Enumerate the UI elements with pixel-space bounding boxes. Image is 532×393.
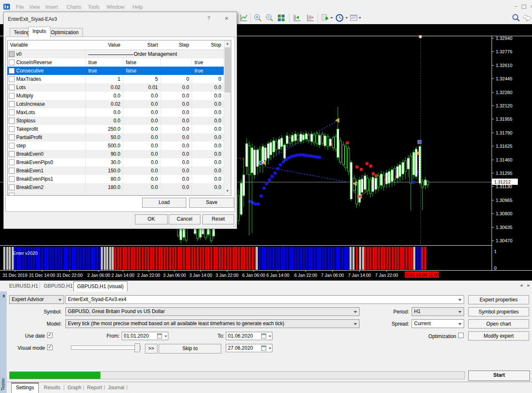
ok-button[interactable]: OK bbox=[135, 214, 167, 224]
reset-button[interactable]: Reset bbox=[202, 214, 234, 224]
tab-graph[interactable]: Graph bbox=[67, 385, 81, 391]
ea-type-select[interactable]: Expert Advisor bbox=[9, 295, 64, 304]
dialog-close-button[interactable]: × bbox=[222, 15, 231, 23]
param-row-BreakEven1[interactable]: BreakEven1150.00.00.00.0 bbox=[7, 167, 224, 175]
to-date-field[interactable]: 01.06.2020 bbox=[226, 332, 272, 340]
param-row-Multiply[interactable]: Multiply0.00.00.00.0 bbox=[7, 92, 224, 100]
scroll-thumb[interactable] bbox=[225, 47, 230, 92]
minimize-button[interactable]: – bbox=[512, 3, 519, 10]
row-checkbox[interactable] bbox=[9, 151, 15, 157]
row-checkbox[interactable] bbox=[9, 101, 15, 107]
crosshair-chart-icon[interactable] bbox=[239, 13, 248, 22]
row-checkbox[interactable] bbox=[9, 109, 15, 115]
param-row-Takeprofit[interactable]: Takeprofit250.00.00.00.0 bbox=[7, 125, 224, 133]
start-button[interactable]: Start bbox=[468, 371, 530, 381]
symbol-properties-button[interactable]: Symbol properties bbox=[468, 307, 529, 316]
period-select[interactable]: H1 bbox=[412, 307, 464, 316]
param-row-BreakEven0[interactable]: BreakEven090.00.00.00.0 bbox=[7, 150, 224, 158]
auto-scroll-icon[interactable] bbox=[306, 13, 315, 22]
param-row-Consecutive[interactable]: Consecutivetruefalsetrue bbox=[7, 67, 224, 75]
optimization-checkbox[interactable] bbox=[458, 333, 464, 338]
symbol-select[interactable]: GBPUSD, Great Britain Pound vs US Dollar bbox=[65, 307, 360, 316]
load-button[interactable]: Load bbox=[142, 198, 186, 208]
tab-gbpusd-h1-visual[interactable]: GBPUSD,H1 (visual) bbox=[73, 281, 127, 292]
new-order-dropdown-icon[interactable] bbox=[330, 17, 333, 19]
row-checkbox[interactable] bbox=[9, 143, 15, 149]
search-icon[interactable] bbox=[512, 13, 521, 22]
row-checkbox[interactable] bbox=[9, 184, 15, 190]
tab-report[interactable]: Report bbox=[87, 385, 102, 391]
param-row-MaxLots[interactable]: MaxLots0.00.00.00.0 bbox=[7, 108, 224, 117]
restore-icon[interactable] bbox=[522, 5, 526, 9]
template-dropdown-icon[interactable] bbox=[359, 17, 361, 19]
menu-charts[interactable]: Charts bbox=[67, 4, 81, 10]
tabs-scroll-right-icon[interactable]: ▶ bbox=[527, 284, 530, 287]
chart-shift-icon[interactable] bbox=[292, 13, 302, 22]
scroll-down-icon[interactable]: ▼ bbox=[224, 188, 231, 194]
row-checkbox[interactable] bbox=[9, 159, 15, 165]
row-checkbox[interactable] bbox=[9, 168, 15, 174]
skip-to-button[interactable]: Skip to bbox=[159, 344, 221, 353]
param-row-CloseInReverse[interactable]: CloseInReversetruefalsetrue bbox=[7, 58, 224, 67]
close-button[interactable]: × bbox=[528, 3, 532, 10]
visual-speed-slider[interactable] bbox=[71, 346, 141, 350]
parameters-table[interactable]: Variable Value Start Step Stop v0Order M… bbox=[7, 40, 231, 196]
row-checkbox[interactable] bbox=[9, 93, 15, 99]
param-row-Stoploss[interactable]: Stoploss0.00.00.00.0 bbox=[7, 117, 224, 125]
zoom-out-icon[interactable] bbox=[265, 13, 274, 22]
param-row-BreakEvenPips1[interactable]: BreakEvenPips180.00.00.00.0 bbox=[7, 175, 224, 183]
tester-close-icon[interactable]: x bbox=[1, 293, 6, 298]
use-date-checkbox[interactable] bbox=[47, 333, 52, 338]
row-checkbox[interactable] bbox=[9, 68, 15, 74]
dialog-titlebar[interactable]: EnterExit_Siyad-EAv3 ? × bbox=[4, 12, 237, 26]
zoom-in-icon[interactable] bbox=[253, 13, 262, 22]
param-row-PartialProfit[interactable]: PartialProfit50.00.00.00.0 bbox=[7, 133, 224, 142]
save-button[interactable]: Save bbox=[189, 198, 234, 208]
row-checkbox[interactable] bbox=[9, 126, 15, 132]
dialog-help-button[interactable]: ? bbox=[205, 15, 212, 23]
param-row-Lots[interactable]: Lots0.020.010.00.0 bbox=[7, 83, 224, 92]
param-row-BreakEven2[interactable]: BreakEven2180.00.00.00.0 bbox=[7, 183, 224, 192]
row-checkbox[interactable] bbox=[9, 60, 15, 65]
row-checkbox[interactable] bbox=[9, 51, 15, 57]
from-date-field[interactable]: 01.01.2020 bbox=[122, 332, 168, 340]
visual-mode-checkbox[interactable] bbox=[47, 345, 52, 350]
param-row-step[interactable]: step500.00.00.00.0 bbox=[7, 142, 224, 150]
resize-grip[interactable] bbox=[232, 224, 236, 228]
menu-insert[interactable]: Insert bbox=[45, 4, 58, 10]
template-icon[interactable] bbox=[349, 13, 358, 22]
open-chart-button[interactable]: Open chart bbox=[468, 319, 529, 328]
tab-settings[interactable]: Settings bbox=[11, 383, 39, 393]
ea-name-select[interactable]: EnterExit_Siyad-EAv3.ex4 bbox=[65, 295, 464, 304]
menu-file[interactable]: File bbox=[16, 4, 24, 10]
skip-date-field[interactable]: 27.06.2020 bbox=[226, 344, 272, 352]
scroll-up-icon[interactable]: ▲ bbox=[224, 40, 231, 47]
table-scrollbar[interactable]: ▲ ▼ bbox=[224, 40, 231, 194]
model-select[interactable]: Every tick (the most precise method base… bbox=[65, 319, 360, 328]
tab-results[interactable]: Results bbox=[44, 385, 60, 391]
tabs-scroll-left-icon[interactable]: ◀ bbox=[520, 284, 522, 287]
row-checkbox[interactable] bbox=[9, 118, 15, 124]
param-row-MaxTrades[interactable]: MaxTrades1500 bbox=[7, 75, 224, 83]
expert-properties-button[interactable]: Expert properties bbox=[468, 295, 529, 304]
spread-select[interactable]: Current bbox=[412, 319, 464, 328]
modify-expert-button[interactable]: Modify expert bbox=[468, 331, 529, 341]
tab-inputs[interactable]: Inputs bbox=[28, 27, 50, 37]
period-dropdown-icon[interactable] bbox=[345, 17, 348, 19]
new-order-icon[interactable] bbox=[320, 13, 329, 22]
tab-gbpusd-h1[interactable]: GBPUSD,H1 bbox=[44, 283, 72, 289]
menu-tools[interactable]: Tools bbox=[88, 4, 100, 10]
row-checkbox[interactable] bbox=[9, 76, 15, 82]
row-checkbox[interactable] bbox=[9, 176, 15, 182]
tab-eurusd-h1[interactable]: EURUSD,H1 bbox=[9, 283, 38, 289]
tab-optimization[interactable]: Optimization bbox=[47, 28, 83, 37]
menu-window[interactable]: Window bbox=[107, 4, 125, 10]
row-checkbox[interactable] bbox=[9, 85, 15, 90]
slider-handle[interactable] bbox=[135, 343, 140, 352]
cancel-button[interactable]: Cancel bbox=[169, 214, 200, 224]
chat-icon[interactable] bbox=[522, 13, 532, 22]
row-checkbox[interactable] bbox=[9, 134, 15, 140]
tab-journal[interactable]: Journal bbox=[108, 385, 124, 391]
param-row-BreakEvenPips0[interactable]: BreakEvenPips030.00.00.00.0 bbox=[7, 158, 224, 167]
param-row-LotsIncrease[interactable]: LotsIncrease0.020.00.00.0 bbox=[7, 100, 224, 108]
